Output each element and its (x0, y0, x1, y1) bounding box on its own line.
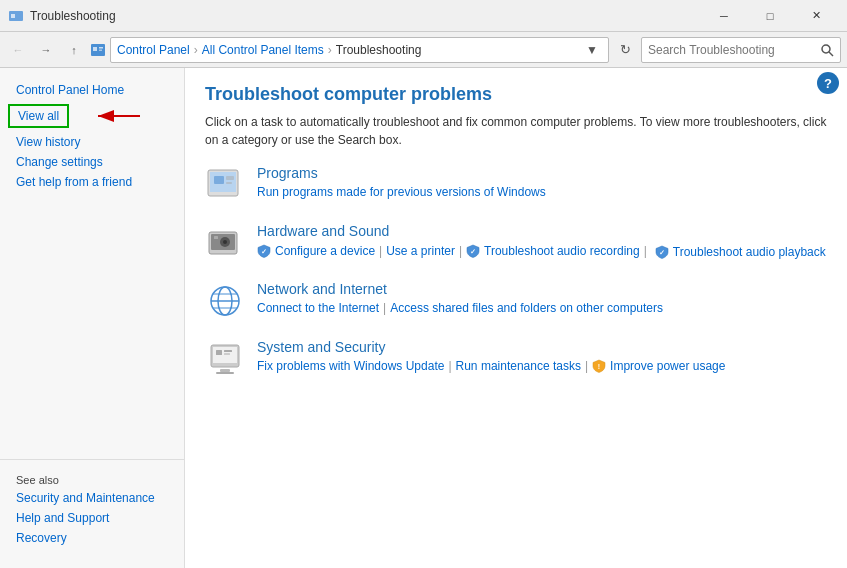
svg-rect-12 (214, 176, 224, 184)
system-icon (205, 339, 245, 379)
search-input[interactable] (642, 43, 814, 57)
use-printer-link[interactable]: Use a printer (386, 244, 455, 258)
forward-button[interactable]: → (34, 38, 58, 62)
address-bar[interactable]: Control Panel › All Control Panel Items … (110, 37, 609, 63)
category-network: Network and Internet Connect to the Inte… (205, 281, 827, 321)
programs-icon (205, 165, 245, 205)
configure-device-link[interactable]: Configure a device (275, 244, 375, 258)
page-title: Troubleshoot computer problems (205, 84, 827, 105)
run-maintenance-link[interactable]: Run maintenance tasks (456, 359, 581, 373)
breadcrumb: Control Panel › All Control Panel Items … (117, 43, 421, 57)
search-button[interactable] (814, 37, 840, 63)
refresh-button[interactable]: ↻ (613, 38, 637, 62)
close-button[interactable]: ✕ (793, 0, 839, 32)
sidebar-item-change-settings[interactable]: Change settings (0, 152, 184, 172)
svg-rect-31 (224, 350, 232, 352)
system-content: System and Security Fix problems with Wi… (257, 339, 827, 373)
connect-internet-link[interactable]: Connect to the Internet (257, 301, 379, 315)
network-links: Connect to the Internet | Access shared … (257, 301, 827, 315)
help-button[interactable]: ? (817, 72, 839, 94)
see-also-label: See also (0, 468, 184, 488)
shield-configure-icon: ✓ (257, 244, 271, 258)
shield-audio-recording-icon: ✓ (466, 244, 480, 258)
troubleshoot-audio-recording-link[interactable]: Troubleshoot audio recording (484, 244, 640, 258)
window-icon (8, 8, 24, 24)
svg-rect-19 (214, 236, 218, 239)
hardware-title[interactable]: Hardware and Sound (257, 223, 827, 239)
breadcrumb-part-2[interactable]: All Control Panel Items (202, 43, 324, 57)
svg-text:!: ! (598, 363, 600, 370)
improve-power-link[interactable]: Improve power usage (610, 359, 725, 373)
svg-rect-32 (224, 353, 230, 355)
page-description: Click on a task to automatically trouble… (205, 113, 827, 149)
address-bar-icon (90, 42, 106, 58)
hardware-content: Hardware and Sound ✓ Configure a device … (257, 223, 827, 259)
network-content: Network and Internet Connect to the Inte… (257, 281, 827, 315)
breadcrumb-current: Troubleshooting (336, 43, 422, 57)
network-icon (205, 281, 245, 321)
svg-rect-4 (99, 47, 103, 49)
category-hardware-sound: Hardware and Sound ✓ Configure a device … (205, 223, 827, 263)
content-area: Troubleshoot computer problems Click on … (185, 68, 847, 568)
svg-rect-3 (93, 47, 97, 51)
navbar: ← → ↑ Control Panel › All Control Panel … (0, 32, 847, 68)
network-title[interactable]: Network and Internet (257, 281, 827, 297)
category-system-security: System and Security Fix problems with Wi… (205, 339, 827, 379)
svg-text:✓: ✓ (261, 248, 267, 255)
svg-rect-30 (216, 350, 222, 355)
svg-rect-1 (11, 14, 15, 18)
maximize-button[interactable]: □ (747, 0, 793, 32)
window-title: Troubleshooting (30, 9, 701, 23)
sidebar-item-view-history[interactable]: View history (0, 132, 184, 152)
sidebar-item-get-help[interactable]: Get help from a friend (0, 172, 184, 192)
up-button[interactable]: ↑ (62, 38, 86, 62)
system-title[interactable]: System and Security (257, 339, 827, 355)
see-also-section: See also Security and Maintenance Help a… (0, 459, 184, 556)
sidebar-item-security-maintenance[interactable]: Security and Maintenance (0, 488, 184, 508)
address-dropdown-button[interactable]: ▼ (582, 43, 602, 57)
sidebar-item-recovery[interactable]: Recovery (0, 528, 184, 548)
category-programs: Programs Run programs made for previous … (205, 165, 827, 205)
svg-rect-5 (99, 49, 102, 51)
minimize-button[interactable]: ─ (701, 0, 747, 32)
annotation-arrow (90, 106, 145, 126)
fix-windows-update-link[interactable]: Fix problems with Windows Update (257, 359, 444, 373)
titlebar: Troubleshooting ─ □ ✕ (0, 0, 847, 32)
programs-links: Run programs made for previous versions … (257, 185, 827, 199)
programs-title[interactable]: Programs (257, 165, 827, 181)
svg-point-18 (223, 240, 227, 244)
troubleshoot-audio-playback-link[interactable]: Troubleshoot audio playback (673, 245, 826, 259)
svg-rect-14 (226, 182, 232, 184)
svg-text:✓: ✓ (659, 249, 665, 256)
main-layout: Control Panel Home View all View (0, 68, 847, 568)
svg-line-7 (829, 52, 833, 56)
hardware-icon (205, 223, 245, 263)
run-programs-link[interactable]: Run programs made for previous versions … (257, 185, 546, 199)
sidebar-item-help-support[interactable]: Help and Support (0, 508, 184, 528)
system-links: Fix problems with Windows Update | Run m… (257, 359, 827, 373)
svg-rect-33 (220, 369, 230, 372)
sidebar: Control Panel Home View all View (0, 68, 185, 568)
back-button[interactable]: ← (6, 38, 30, 62)
search-icon (820, 43, 834, 57)
svg-rect-34 (216, 372, 234, 374)
sidebar-item-control-panel-home[interactable]: Control Panel Home (0, 80, 184, 100)
window-controls: ─ □ ✕ (701, 0, 839, 32)
breadcrumb-part-1[interactable]: Control Panel (117, 43, 190, 57)
shield-audio-playback-icon: ✓ (655, 245, 669, 259)
programs-content: Programs Run programs made for previous … (257, 165, 827, 199)
svg-rect-13 (226, 176, 234, 180)
svg-point-6 (822, 45, 830, 53)
shield-power-icon: ! (592, 359, 606, 373)
access-shared-files-link[interactable]: Access shared files and folders on other… (390, 301, 663, 315)
svg-text:✓: ✓ (470, 248, 476, 255)
search-box (641, 37, 841, 63)
hardware-links: ✓ Configure a device | Use a printer | ✓… (257, 243, 827, 259)
sidebar-item-view-all[interactable]: View all (8, 104, 69, 128)
